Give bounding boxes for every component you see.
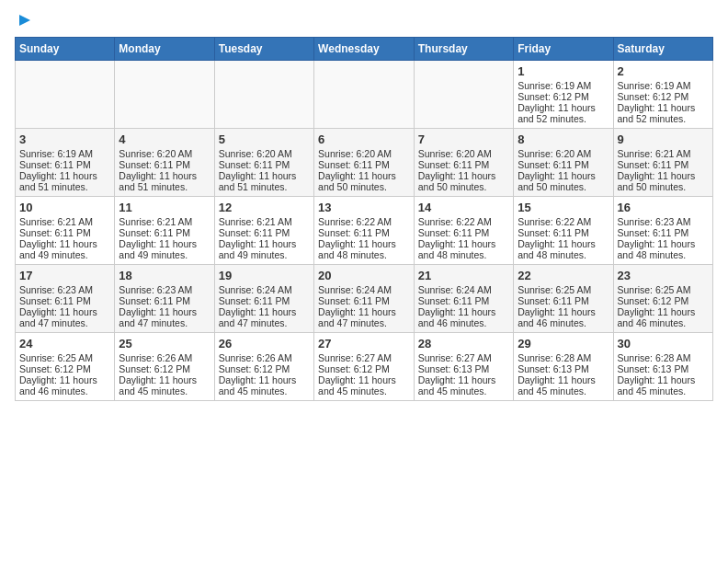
day-number: 14 xyxy=(418,201,509,214)
sunset-text: Sunset: 6:11 PM xyxy=(418,159,509,170)
calendar-cell: 10Sunrise: 6:21 AMSunset: 6:11 PMDayligh… xyxy=(16,197,115,265)
daylight-text: Daylight: 11 hours and 47 minutes. xyxy=(219,306,310,328)
daylight-text: Daylight: 11 hours and 46 minutes. xyxy=(518,306,609,328)
day-number: 5 xyxy=(219,132,310,146)
daylight-text: Daylight: 11 hours and 49 minutes. xyxy=(119,238,210,260)
calendar-cell: 14Sunrise: 6:22 AMSunset: 6:11 PMDayligh… xyxy=(414,197,513,265)
sunrise-text: Sunrise: 6:25 AM xyxy=(518,284,609,295)
calendar-header-sunday: Sunday xyxy=(16,38,115,61)
calendar-cell: 3Sunrise: 6:19 AMSunset: 6:11 PMDaylight… xyxy=(16,129,115,197)
calendar-week-row: 1Sunrise: 6:19 AMSunset: 6:12 PMDaylight… xyxy=(16,61,713,129)
calendar-cell: 21Sunrise: 6:24 AMSunset: 6:11 PMDayligh… xyxy=(414,265,513,333)
calendar-cell: 20Sunrise: 6:24 AMSunset: 6:11 PMDayligh… xyxy=(314,265,415,333)
calendar-cell: 13Sunrise: 6:22 AMSunset: 6:11 PMDayligh… xyxy=(314,197,415,265)
calendar-cell: 8Sunrise: 6:20 AMSunset: 6:11 PMDaylight… xyxy=(514,129,613,197)
calendar-header-thursday: Thursday xyxy=(414,38,513,61)
sunrise-text: Sunrise: 6:21 AM xyxy=(119,216,210,227)
calendar-header-wednesday: Wednesday xyxy=(314,38,415,61)
daylight-text: Daylight: 11 hours and 50 minutes. xyxy=(618,170,710,192)
daylight-text: Daylight: 11 hours and 45 minutes. xyxy=(518,374,609,396)
calendar-cell xyxy=(214,61,313,129)
sunset-text: Sunset: 6:12 PM xyxy=(618,295,710,306)
daylight-text: Daylight: 11 hours and 45 minutes. xyxy=(219,374,310,396)
sunset-text: Sunset: 6:12 PM xyxy=(219,363,310,374)
calendar-cell: 24Sunrise: 6:25 AMSunset: 6:12 PMDayligh… xyxy=(16,333,115,401)
page-header xyxy=(15,15,713,28)
calendar-cell: 5Sunrise: 6:20 AMSunset: 6:11 PMDaylight… xyxy=(214,129,313,197)
sunrise-text: Sunrise: 6:23 AM xyxy=(618,216,710,227)
calendar-week-row: 17Sunrise: 6:23 AMSunset: 6:11 PMDayligh… xyxy=(16,265,713,333)
sunset-text: Sunset: 6:12 PM xyxy=(618,91,710,102)
sunrise-text: Sunrise: 6:20 AM xyxy=(418,148,509,159)
calendar-cell xyxy=(16,61,115,129)
daylight-text: Daylight: 11 hours and 49 minutes. xyxy=(219,238,310,260)
day-number: 26 xyxy=(219,337,310,350)
calendar-cell: 25Sunrise: 6:26 AMSunset: 6:12 PMDayligh… xyxy=(115,333,214,401)
sunset-text: Sunset: 6:11 PM xyxy=(318,295,410,306)
calendar-cell: 23Sunrise: 6:25 AMSunset: 6:12 PMDayligh… xyxy=(613,265,713,333)
calendar-cell: 2Sunrise: 6:19 AMSunset: 6:12 PMDaylight… xyxy=(613,61,713,129)
sunrise-text: Sunrise: 6:23 AM xyxy=(119,284,210,295)
day-number: 29 xyxy=(518,337,609,350)
calendar-cell: 16Sunrise: 6:23 AMSunset: 6:11 PMDayligh… xyxy=(613,197,713,265)
day-number: 1 xyxy=(518,64,609,78)
sunrise-text: Sunrise: 6:25 AM xyxy=(19,352,110,363)
daylight-text: Daylight: 11 hours and 52 minutes. xyxy=(618,102,710,124)
sunset-text: Sunset: 6:11 PM xyxy=(19,227,110,238)
calendar-cell: 30Sunrise: 6:28 AMSunset: 6:13 PMDayligh… xyxy=(613,333,713,401)
day-number: 2 xyxy=(618,64,710,78)
logo xyxy=(15,15,32,28)
day-number: 10 xyxy=(19,201,110,214)
day-number: 11 xyxy=(119,201,210,214)
sunset-text: Sunset: 6:11 PM xyxy=(518,295,609,306)
day-number: 18 xyxy=(119,269,210,282)
day-number: 30 xyxy=(618,337,710,350)
calendar-cell: 28Sunrise: 6:27 AMSunset: 6:13 PMDayligh… xyxy=(414,333,513,401)
sunrise-text: Sunrise: 6:24 AM xyxy=(318,284,410,295)
sunset-text: Sunset: 6:11 PM xyxy=(119,227,210,238)
calendar-cell xyxy=(314,61,415,129)
sunset-text: Sunset: 6:11 PM xyxy=(119,159,210,170)
sunrise-text: Sunrise: 6:27 AM xyxy=(418,352,509,363)
day-number: 21 xyxy=(418,269,509,282)
day-number: 23 xyxy=(618,269,710,282)
sunset-text: Sunset: 6:11 PM xyxy=(219,295,310,306)
daylight-text: Daylight: 11 hours and 46 minutes. xyxy=(19,374,110,396)
sunrise-text: Sunrise: 6:26 AM xyxy=(219,352,310,363)
sunrise-text: Sunrise: 6:20 AM xyxy=(318,148,410,159)
sunset-text: Sunset: 6:11 PM xyxy=(418,227,509,238)
calendar-header-row: SundayMondayTuesdayWednesdayThursdayFrid… xyxy=(16,38,713,61)
sunrise-text: Sunrise: 6:28 AM xyxy=(518,352,609,363)
calendar-cell xyxy=(414,61,513,129)
daylight-text: Daylight: 11 hours and 47 minutes. xyxy=(119,306,210,328)
calendar-cell: 7Sunrise: 6:20 AMSunset: 6:11 PMDaylight… xyxy=(414,129,513,197)
sunset-text: Sunset: 6:12 PM xyxy=(518,91,609,102)
daylight-text: Daylight: 11 hours and 46 minutes. xyxy=(418,306,509,328)
sunset-text: Sunset: 6:13 PM xyxy=(618,363,710,374)
daylight-text: Daylight: 11 hours and 45 minutes. xyxy=(119,374,210,396)
sunrise-text: Sunrise: 6:22 AM xyxy=(318,216,410,227)
sunrise-text: Sunrise: 6:23 AM xyxy=(19,284,110,295)
sunset-text: Sunset: 6:11 PM xyxy=(219,227,310,238)
day-number: 9 xyxy=(618,132,710,146)
sunrise-text: Sunrise: 6:21 AM xyxy=(618,148,710,159)
daylight-text: Daylight: 11 hours and 50 minutes. xyxy=(418,170,509,192)
sunrise-text: Sunrise: 6:22 AM xyxy=(518,216,609,227)
calendar-cell: 29Sunrise: 6:28 AMSunset: 6:13 PMDayligh… xyxy=(514,333,613,401)
day-number: 17 xyxy=(19,269,110,282)
calendar-cell: 6Sunrise: 6:20 AMSunset: 6:11 PMDaylight… xyxy=(314,129,415,197)
daylight-text: Daylight: 11 hours and 45 minutes. xyxy=(318,374,410,396)
sunrise-text: Sunrise: 6:24 AM xyxy=(219,284,310,295)
calendar-week-row: 24Sunrise: 6:25 AMSunset: 6:12 PMDayligh… xyxy=(16,333,713,401)
sunrise-text: Sunrise: 6:27 AM xyxy=(318,352,410,363)
calendar-cell: 18Sunrise: 6:23 AMSunset: 6:11 PMDayligh… xyxy=(115,265,214,333)
daylight-text: Daylight: 11 hours and 51 minutes. xyxy=(219,170,310,192)
day-number: 6 xyxy=(318,132,410,146)
daylight-text: Daylight: 11 hours and 48 minutes. xyxy=(318,238,410,260)
daylight-text: Daylight: 11 hours and 45 minutes. xyxy=(618,374,710,396)
sunset-text: Sunset: 6:13 PM xyxy=(418,363,509,374)
day-number: 12 xyxy=(219,201,310,214)
sunrise-text: Sunrise: 6:20 AM xyxy=(119,148,210,159)
sunrise-text: Sunrise: 6:22 AM xyxy=(418,216,509,227)
sunset-text: Sunset: 6:11 PM xyxy=(19,159,110,170)
